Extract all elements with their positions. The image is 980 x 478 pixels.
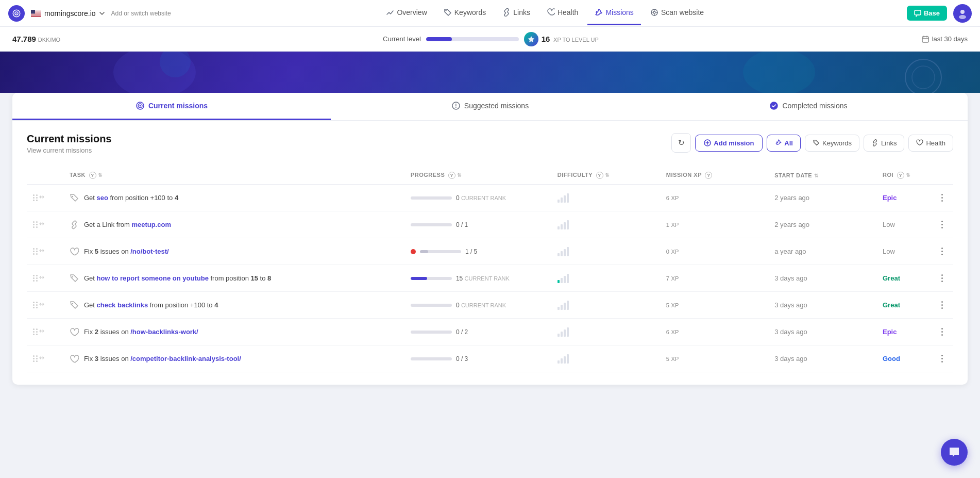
row-menu-button[interactable] — [937, 272, 947, 284]
drag-handle[interactable] — [33, 194, 57, 202]
site-name: morningscore.io — [44, 9, 96, 18]
roi-sort-icon[interactable]: ⇅ — [906, 172, 910, 178]
table-row: Get a Link from meetup.com 0 / 1 1 XP2 y… — [27, 211, 953, 238]
nav-health[interactable]: Health — [539, 1, 585, 25]
nav-scan-website[interactable]: Scan website — [643, 1, 711, 25]
level-progress: Current level 16 XP TO LEVEL UP — [383, 32, 599, 46]
add-mission-button[interactable]: Add mission — [695, 135, 763, 152]
svg-point-20 — [743, 52, 815, 93]
level-bar — [426, 37, 519, 41]
task-link[interactable]: check backlinks — [96, 301, 148, 309]
progress-bar — [411, 196, 452, 200]
drag-handle[interactable] — [33, 328, 57, 336]
task-text: Get how to report someone on youtube fro… — [84, 274, 271, 282]
kebab-dot-1 — [941, 221, 943, 222]
nav-missions[interactable]: Missions — [587, 1, 640, 25]
task-help-icon[interactable]: ? — [89, 172, 96, 179]
xp-value: 6 — [666, 195, 669, 201]
start-date-value: 3 days ago — [774, 274, 807, 282]
progress-sort-icon[interactable]: ⇅ — [457, 172, 462, 178]
start-date-value: 2 years ago — [774, 221, 809, 228]
user-avatar[interactable] — [953, 4, 972, 23]
progress-help-icon[interactable]: ? — [448, 172, 455, 179]
col-difficulty-header: DIFFICULTY ? ⇅ — [551, 167, 660, 185]
svg-rect-9 — [31, 15, 41, 16]
drag-handle[interactable] — [33, 355, 57, 362]
site-selector[interactable]: morningscore.io — [31, 9, 105, 18]
drag-handle[interactable] — [33, 221, 57, 228]
start-date-value: 3 days ago — [774, 328, 807, 336]
base-button[interactable]: Base — [907, 6, 947, 21]
topnav-right: Base — [907, 4, 972, 23]
top-navigation: morningscore.io Add or switch website Ov… — [0, 0, 980, 27]
progress-text: 0 / 1 — [456, 221, 468, 228]
task-link[interactable]: /competitor-backlink-analysis-tool/ — [130, 355, 241, 362]
nav-links[interactable]: Links — [495, 1, 537, 25]
row-menu-button[interactable] — [937, 299, 947, 311]
nav-keywords[interactable]: Keywords — [436, 1, 493, 25]
difficulty-bar-3 — [567, 274, 569, 283]
kebab-dot-1 — [941, 328, 943, 329]
app-logo[interactable] — [8, 5, 25, 22]
nav-overview[interactable]: Overview — [379, 1, 434, 25]
task-link[interactable]: /no/bot-test/ — [130, 248, 168, 255]
refresh-button[interactable]: ↻ — [671, 133, 691, 153]
filter-health-button[interactable]: Health — [908, 135, 953, 152]
task-link[interactable]: meetup.com — [131, 221, 171, 228]
tab-suggested-missions[interactable]: ! Suggested missions — [331, 93, 649, 120]
difficulty-bar-1 — [561, 251, 563, 256]
add-switch-label[interactable]: Add or switch website — [111, 10, 171, 17]
xp-text: 16 XP TO LEVEL UP — [542, 35, 599, 43]
difficulty-bar-2 — [564, 356, 566, 364]
missions-header: Current missions View current missions ↻… — [27, 133, 953, 154]
filter-keywords-button[interactable]: Keywords — [805, 135, 859, 152]
difficulty-bar-1 — [561, 305, 563, 310]
difficulty-bars — [557, 301, 654, 310]
drag-handle[interactable] — [33, 275, 57, 282]
svg-point-30 — [815, 141, 815, 142]
row-menu-button[interactable] — [937, 245, 947, 257]
drag-handle[interactable] — [33, 248, 57, 255]
roi-cell: Great — [876, 265, 931, 292]
tab-current-missions[interactable]: Current missions — [12, 93, 331, 120]
row-menu-button[interactable] — [937, 192, 947, 204]
task-link[interactable]: how to report someone on youtube — [96, 274, 208, 282]
xp-cell: 0 XP — [660, 238, 768, 265]
missions-title: Current missions — [27, 133, 111, 145]
progress-cell: 0 CURRENT RANK — [404, 185, 551, 211]
difficulty-bar-3 — [567, 354, 569, 364]
drag-handle[interactable] — [33, 302, 57, 309]
svg-point-12 — [653, 11, 655, 13]
radar-icon — [650, 8, 658, 17]
table-row: Fix 2 issues on /how-backlinks-work/ 0 /… — [27, 319, 953, 345]
date-range[interactable]: last 30 days — [921, 35, 968, 43]
filter-all-button[interactable]: All — [767, 135, 801, 152]
task-sort-icon[interactable]: ⇅ — [98, 172, 103, 178]
difficulty-sort-icon[interactable]: ⇅ — [605, 172, 610, 178]
kebab-dot-2 — [941, 224, 943, 225]
start-sort-icon[interactable]: ⇅ — [814, 173, 819, 178]
keyword-task-icon — [70, 274, 79, 283]
heart-icon — [547, 8, 555, 17]
row-menu-button[interactable] — [937, 219, 947, 230]
difficulty-help-icon[interactable]: ? — [596, 172, 603, 179]
task-link[interactable]: seo — [96, 194, 108, 202]
action-cell — [931, 345, 953, 372]
difficulty-cell — [551, 185, 660, 211]
task-cell: Get check backlinks from position +100 t… — [63, 292, 404, 319]
xp-value: 7 — [666, 275, 669, 282]
tab-completed-missions[interactable]: Completed missions — [649, 93, 968, 120]
row-menu-button[interactable] — [937, 353, 947, 365]
roi-value: Epic — [883, 328, 897, 336]
col-start-header: START DATE ⇅ — [768, 167, 876, 185]
col-xp-header: MISSION XP ? — [660, 167, 768, 185]
check-circle-icon — [769, 101, 779, 110]
kebab-dot-3 — [941, 361, 943, 362]
drag-handle-cell — [27, 185, 63, 211]
roi-help-icon[interactable]: ? — [897, 172, 904, 179]
col-task-header: TASK ? ⇅ — [63, 167, 404, 185]
filter-links-button[interactable]: Links — [864, 135, 904, 152]
row-menu-button[interactable] — [937, 326, 947, 338]
task-link[interactable]: /how-backlinks-work/ — [130, 328, 198, 336]
xp-help-icon[interactable]: ? — [705, 172, 712, 179]
